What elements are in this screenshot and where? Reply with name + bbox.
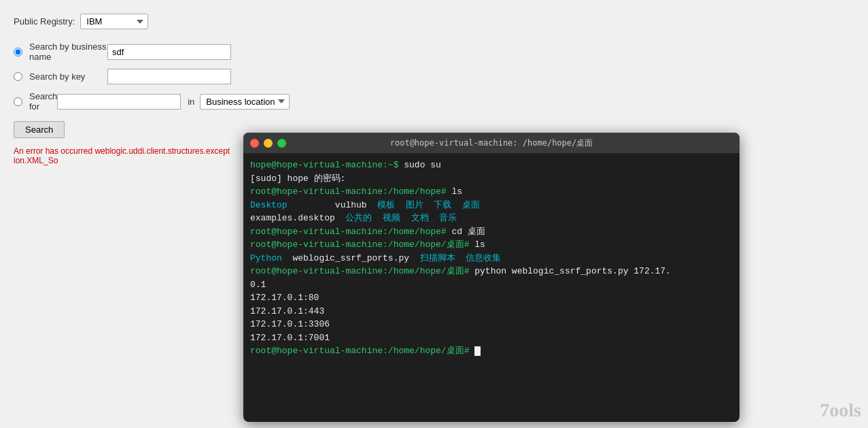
location-select[interactable]: Business location Service location (200, 94, 290, 110)
registry-row: Public Registry: IBM Microsoft SAP Other (14, 14, 231, 29)
terminal-window-controls (250, 139, 286, 148)
terminal-cursor (474, 346, 481, 356)
close-button[interactable] (250, 139, 259, 148)
search-for-radio[interactable] (14, 97, 22, 106)
maximize-button[interactable] (277, 139, 286, 148)
search-button[interactable]: Search (14, 121, 65, 138)
error-text: An error has occurred weblogic.uddi.clie… (14, 146, 231, 165)
terminal-title: root@hope-virtual-machine: /home/hope/桌面 (390, 137, 593, 149)
terminal-line: 172.17.0.1:80 (250, 291, 733, 305)
terminal-line: root@hope-virtual-machine:/home/hope# cd… (250, 225, 733, 239)
in-label: in (188, 97, 194, 107)
minimize-button[interactable] (264, 139, 273, 148)
terminal-titlebar: root@hope-virtual-machine: /home/hope/桌面 (243, 133, 740, 153)
terminal-line: root@hope-virtual-machine:/home/hope# ls (250, 185, 733, 199)
registry-select[interactable]: IBM Microsoft SAP Other (80, 14, 148, 29)
terminal-line: root@hope-virtual-machine:/home/hope/桌面#… (250, 265, 733, 278)
registry-label: Public Registry: (14, 16, 75, 27)
search-by-name-row: Search by business name (14, 42, 231, 62)
terminal-window: root@hope-virtual-machine: /home/hope/桌面… (243, 133, 740, 422)
search-by-name-input[interactable] (107, 44, 231, 60)
search-by-name-label: Search by business name (29, 42, 107, 62)
terminal-line: Python weblogic_ssrf_ports.py 扫描脚本 信息收集 (250, 252, 733, 265)
terminal-line: hope@hope-virtual-machine:~$ sudo su (250, 159, 733, 172)
terminal-line: [sudo] hope 的密码: (250, 172, 733, 186)
search-for-label: Search for (29, 91, 57, 112)
terminal-line: 172.17.0.1:443 (250, 305, 733, 318)
terminal-line: root@hope-virtual-machine:/home/hope/桌面# (250, 344, 733, 358)
search-by-key-row: Search by key (14, 69, 231, 84)
search-by-key-radio[interactable] (14, 72, 22, 81)
search-for-input[interactable] (57, 94, 181, 110)
terminal-line: 0.1 (250, 278, 733, 292)
terminal-body[interactable]: hope@hope-virtual-machine:~$ sudo su [su… (243, 153, 740, 422)
terminal-line: 172.17.0.1:3306 (250, 318, 733, 331)
search-by-key-input[interactable] (107, 69, 231, 84)
search-by-name-radio[interactable] (14, 48, 22, 56)
terminal-line: root@hope-virtual-machine:/home/hope/桌面#… (250, 238, 733, 252)
terminal-line: Desktop vulhub 模板 图片 下载 桌面 (250, 199, 733, 212)
search-for-row: Search for in Business location Service … (14, 91, 231, 112)
left-panel: Public Registry: IBM Microsoft SAP Other… (0, 0, 245, 428)
terminal-line: examples.desktop 公共的 视频 文档 音乐 (250, 212, 733, 225)
search-by-key-label: Search by key (29, 71, 107, 82)
watermark: 7ools (820, 399, 861, 421)
terminal-line: 172.17.0.1:7001 (250, 331, 733, 345)
